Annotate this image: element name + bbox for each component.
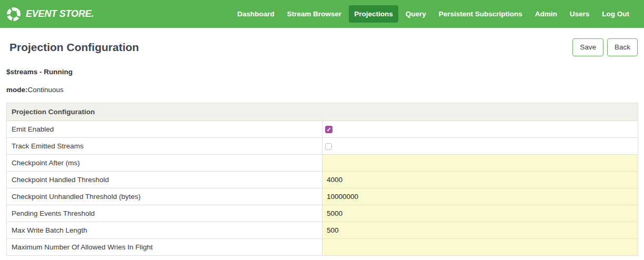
config-row: Maximum Number Of Allowed Wries In Fligh…	[7, 239, 638, 256]
emit-enabled-label: Emit Enabled	[7, 121, 323, 138]
track-emitted-streams-checkbox[interactable]	[325, 143, 332, 150]
config-row: Track Emitted Streams	[7, 138, 638, 155]
config-row: Pending Events Threshold	[7, 205, 638, 222]
maximum-number-of-allowed-wries-in-flight-label: Maximum Number Of Allowed Wries In Fligh…	[7, 239, 323, 256]
nav-item-persistent-subscriptions[interactable]: Persistent Subscriptions	[434, 5, 528, 23]
nav-item-admin[interactable]: Admin	[530, 5, 562, 23]
projection-configuration-table: Projection Configuration Emit Enabled✓Tr…	[6, 103, 638, 256]
page-header: Projection Configuration Save Back	[6, 38, 638, 57]
top-navbar: EVENT STORE. DashboardStream BrowserProj…	[0, 0, 644, 28]
pending-events-threshold-label: Pending Events Threshold	[7, 205, 323, 222]
checkpoint-after-ms-label: Checkpoint After (ms)	[7, 155, 323, 172]
emit-enabled-checkbox[interactable]: ✓	[325, 126, 333, 133]
checkpoint-handled-threshold-input[interactable]	[323, 172, 638, 188]
nav-item-users[interactable]: Users	[565, 5, 595, 23]
projection-mode: mode:Continuous	[6, 86, 638, 94]
event-store-logo-icon	[5, 6, 22, 23]
page-title: Projection Configuration	[9, 41, 139, 54]
checkpoint-handled-threshold-label: Checkpoint Handled Threshold	[7, 172, 323, 188]
config-row: Emit Enabled✓	[7, 121, 638, 138]
page-content: Projection Configuration Save Back $stre…	[0, 38, 644, 256]
save-button[interactable]: Save	[572, 38, 603, 56]
event-store-logo[interactable]: EVENT STORE.	[5, 6, 94, 23]
back-button[interactable]: Back	[607, 38, 638, 56]
track-emitted-streams-label: Track Emitted Streams	[7, 138, 323, 155]
nav-item-stream-browser[interactable]: Stream Browser	[282, 5, 347, 23]
checkpoint-unhandled-threshold-bytes-input[interactable]	[323, 188, 638, 205]
config-row: Checkpoint After (ms)	[7, 155, 638, 172]
config-row: Checkpoint Handled Threshold	[7, 172, 638, 188]
mode-label: mode:	[6, 86, 28, 94]
nav-item-log-out[interactable]: Log Out	[597, 5, 635, 23]
nav-item-dashboard[interactable]: Dashboard	[232, 5, 280, 23]
nav-item-projections[interactable]: Projections	[349, 5, 398, 23]
mode-value: Continuous	[28, 86, 64, 94]
pending-events-threshold-input[interactable]	[323, 205, 638, 222]
max-write-batch-length-input[interactable]	[323, 222, 638, 238]
max-write-batch-length-label: Max Write Batch Length	[7, 222, 323, 239]
brand-text: EVENT STORE.	[26, 8, 94, 19]
projection-status: $streams - Running	[6, 68, 638, 76]
config-row: Checkpoint Unhandled Threshold (bytes)	[7, 188, 638, 205]
config-row: Max Write Batch Length	[7, 222, 638, 239]
checkpoint-unhandled-threshold-bytes-label: Checkpoint Unhandled Threshold (bytes)	[7, 188, 323, 205]
page-actions: Save Back	[572, 38, 638, 56]
table-header: Projection Configuration	[7, 103, 638, 121]
nav-item-query[interactable]: Query	[400, 5, 431, 23]
checkpoint-after-ms-input[interactable]	[323, 155, 638, 171]
maximum-number-of-allowed-wries-in-flight-input[interactable]	[323, 239, 638, 255]
nav-items: DashboardStream BrowserProjectionsQueryP…	[232, 5, 635, 23]
